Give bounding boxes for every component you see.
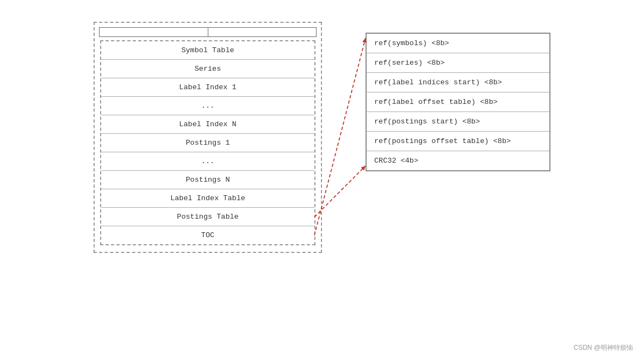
svg-line-2: [314, 166, 366, 217]
left-panel: Symbol TableSeriesLabel Index 1...Label …: [94, 22, 322, 253]
ref-row: ref(series) <8b>: [367, 53, 549, 73]
header-row: [99, 27, 317, 37]
ref-row: ref(postings offset table) <8b>: [367, 132, 549, 151]
right-panel: ref(symbols) <8b>ref(series) <8b>ref(lab…: [366, 33, 550, 171]
ref-row: ref(label offset table) <8b>: [367, 92, 549, 112]
left-table-row: ...: [101, 97, 314, 115]
main-container: Symbol TableSeriesLabel Index 1...Label …: [0, 0, 644, 359]
ref-row: CRC32 <4b>: [367, 151, 549, 170]
left-table-row: Label Index 1: [101, 78, 314, 97]
ref-row: ref(symbols) <8b>: [367, 34, 549, 53]
watermark: CSDN @明神特烦恼: [573, 343, 633, 352]
left-table-row: Postings N: [101, 171, 314, 189]
left-table-row: Postings Table: [101, 208, 314, 226]
left-table-row: Postings 1: [101, 134, 314, 152]
svg-line-0: [314, 38, 366, 236]
ref-row: ref(label indices start) <8b>: [367, 73, 549, 92]
left-table-row: Label Index N: [101, 115, 314, 134]
left-table-row: Label Index Table: [101, 189, 314, 208]
version-header-cell: [208, 28, 317, 36]
left-table-row: TOC: [101, 226, 314, 244]
left-table-row: Series: [101, 60, 314, 78]
inner-panel: Symbol TableSeriesLabel Index 1...Label …: [100, 40, 315, 245]
ref-row: ref(postings start) <8b>: [367, 112, 549, 132]
magic-header-cell: [100, 28, 208, 36]
left-table-row: ...: [101, 152, 314, 171]
left-table-row: Symbol Table: [101, 41, 314, 60]
svg-marker-3: [361, 166, 366, 170]
